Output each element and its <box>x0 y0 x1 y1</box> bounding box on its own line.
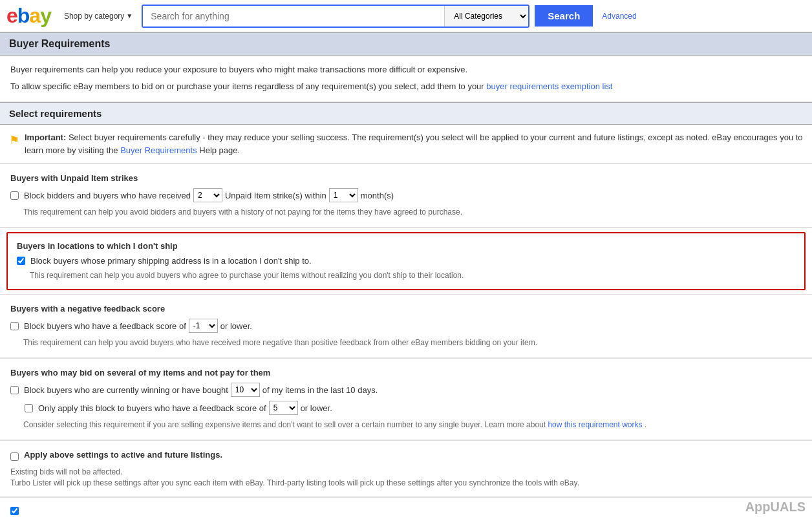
strikes-months-select[interactable]: 1 6 12 <box>329 188 358 202</box>
search-bar: All Categories <box>142 5 529 28</box>
unpaid-strikes-section: Buyers with Unpaid Item strikes Block bi… <box>0 164 812 228</box>
strikes-mid-label: Unpaid Item strike(s) within <box>225 191 326 200</box>
multi-items-label2: Only apply this block to buyers who have… <box>38 403 266 413</box>
important-bar: ⚑ Important: Select buyer requirements c… <box>0 125 812 164</box>
category-label: category <box>94 12 124 21</box>
locations-section: Buyers in locations to which I don't shi… <box>6 232 806 290</box>
intro-text1: Buyer requirements can help you reduce y… <box>10 63 802 76</box>
select-requirements-header: Select requirements <box>0 102 812 125</box>
items-count-select[interactable]: 10 5 3 2 1 <box>231 383 260 397</box>
feedback-threshold-select[interactable]: 5 4 3 2 1 <box>269 401 298 415</box>
shop-by-label: Shop by <box>64 12 92 21</box>
header: ebay Shop by category ▼ All Categories S… <box>0 0 812 32</box>
locations-label: Block buyers whose primary shipping addr… <box>30 256 312 266</box>
intro-text2: To allow specific eBay members to bid on… <box>10 80 802 93</box>
multi-items-checkbox1[interactable] <box>10 386 19 394</box>
ebay-logo: ebay <box>6 4 51 28</box>
logo-a: a <box>29 4 40 28</box>
search-button[interactable]: Search <box>535 5 593 27</box>
negative-feedback-checkbox[interactable] <box>10 322 19 330</box>
apply-checkbox[interactable] <box>10 452 19 461</box>
multi-items-end: or lower. <box>301 403 332 413</box>
unpaid-strikes-title: Buyers with Unpaid Item strikes <box>10 173 802 183</box>
unpaid-strikes-checkbox[interactable] <box>10 191 19 200</box>
feedback-end-label: or lower. <box>220 321 252 331</box>
negative-feedback-row: Block buyers who have a feedback score o… <box>10 319 802 333</box>
intro-text2-prefix: To allow specific eBay members to bid on… <box>10 81 484 91</box>
unpaid-strikes-row: Block bidders and buyers who have receiv… <box>10 188 802 202</box>
buyer-requirements-link[interactable]: Buyer Requirements <box>120 145 197 155</box>
dont-allow-text: Don't allow blocked buyers to contact me… <box>10 518 802 521</box>
multi-items-title: Buyers who may bid on several of my item… <box>10 368 802 377</box>
intro-section: Buyer requirements can help you reduce y… <box>0 56 812 102</box>
chevron-down-icon: ▼ <box>126 12 133 19</box>
strikes-end-label: month(s) <box>361 191 394 200</box>
negative-feedback-section: Buyers with a negative feedback score Bl… <box>0 295 812 358</box>
how-requirement-works-link[interactable]: how this requirement works <box>548 420 642 429</box>
apply-note1: Existing bids will not be affected. <box>10 467 802 476</box>
search-input[interactable] <box>143 6 444 27</box>
apply-note2: Turbo Lister will pick up these settings… <box>10 478 802 487</box>
dont-allow-section: Don't allow blocked buyers to contact me… <box>0 498 812 521</box>
flag-icon: ⚑ <box>9 132 19 149</box>
apply-section: Apply above settings to active and futur… <box>0 441 812 497</box>
exemption-list-link[interactable]: buyer requirements exemption list <box>486 81 612 91</box>
negative-feedback-desc: This requirement can help you avoid buye… <box>23 337 802 348</box>
logo-y: y <box>40 4 51 28</box>
multi-items-mid: of my items in the last 10 days. <box>262 385 378 395</box>
unpaid-strikes-desc: This requirement can help you avoid bidd… <box>23 206 802 218</box>
important-text: Important: Select buyer requirements car… <box>25 131 803 156</box>
locations-row: Block buyers whose primary shipping addr… <box>17 256 795 266</box>
locations-desc: This requirement can help you avoid buye… <box>30 270 795 281</box>
logo-b: b <box>17 4 30 28</box>
shop-by-category-button[interactable]: Shop by category ▼ <box>60 9 136 23</box>
advanced-link[interactable]: Advanced <box>602 12 636 21</box>
unpaid-strikes-label: Block bidders and buyers who have receiv… <box>24 191 191 200</box>
multi-items-label1: Block buyers who are currently winning o… <box>24 385 228 395</box>
feedback-score-select[interactable]: -1 -2 -3 -4 -5 <box>189 319 218 333</box>
main-content: Buyer Requirements Buyer requirements ca… <box>0 32 812 521</box>
logo-e: e <box>6 4 17 28</box>
apply-row: Apply above settings to active and futur… <box>10 450 802 463</box>
multi-items-section: Buyers who may bid on several of my item… <box>0 359 812 440</box>
category-select[interactable]: All Categories <box>444 6 528 27</box>
multi-items-row1: Block buyers who are currently winning o… <box>10 383 802 397</box>
locations-title: Buyers in locations to which I don't shi… <box>17 241 795 251</box>
important-label: Important: <box>25 133 66 142</box>
multi-items-row2: Only apply this block to buyers who have… <box>25 401 802 415</box>
negative-feedback-label: Block buyers who have a feedback score o… <box>24 321 186 331</box>
buyer-requirements-header: Buyer Requirements <box>0 32 812 56</box>
apply-label: Apply above settings to active and futur… <box>24 450 222 460</box>
locations-checkbox[interactable] <box>17 257 25 265</box>
multi-items-checkbox2[interactable] <box>25 404 33 412</box>
dont-allow-checkbox[interactable] <box>10 507 19 515</box>
multi-items-desc: Consider selecting this requirement if y… <box>23 419 802 431</box>
strikes-count-select[interactable]: 2 3 4 5 <box>193 188 222 202</box>
dont-allow-row: Don't allow blocked buyers to contact me… <box>10 507 802 521</box>
negative-feedback-title: Buyers with a negative feedback score <box>10 304 802 314</box>
